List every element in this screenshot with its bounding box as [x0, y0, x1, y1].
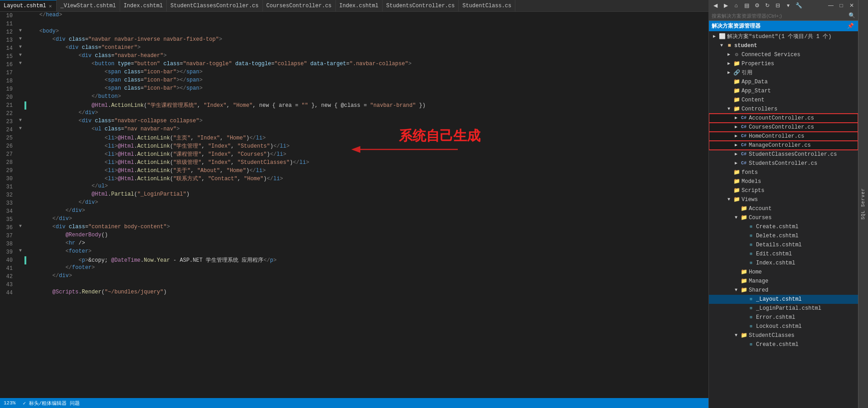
tree-item-courses-folder[interactable]: ▼ 📁 Courses: [709, 213, 858, 222]
code-line-13: 13 ▼ <div class="navbar navbar-inverse n…: [0, 36, 426, 44]
pin-button[interactable]: 📌: [846, 23, 855, 29]
tab-index-cshtml[interactable]: Index.cshtml: [120, 0, 167, 11]
tree-item-shared-folder[interactable]: ▼ 📁 Shared: [709, 286, 858, 295]
tree-item-connected-services[interactable]: ▶ ⚙ Connected Services: [709, 50, 858, 59]
tree-item-properties[interactable]: ▶ 📁 Properties: [709, 59, 858, 68]
tree-item-home-folder[interactable]: ▶ 📁 Home: [709, 268, 858, 277]
edit-cshtml-label: Edit.cshtml: [756, 250, 858, 258]
forward-button[interactable]: ▶: [721, 1, 730, 10]
tree-item-courses-index-cshtml[interactable]: ▶ ⊞ Index.cshtml: [709, 259, 858, 268]
courses-index-cshtml-label: Index.cshtml: [756, 259, 858, 267]
minimize-button[interactable]: —: [826, 1, 835, 10]
cshtml-icon: ⊞: [747, 223, 755, 231]
code-line-24: 24 ▼ <ul class="nav navbar-nav">: [0, 126, 426, 134]
code-line-34: 34 </div>: [0, 207, 426, 216]
cshtml-icon: ⊞: [747, 232, 755, 240]
code-line-16: 16 ▼ <button type="button" class="navbar…: [0, 61, 426, 69]
tab-students-controller[interactable]: StudentsController.cs: [383, 0, 459, 11]
properties-button[interactable]: ▤: [742, 1, 751, 10]
tree-item-views[interactable]: ▼ 📁 Views: [709, 195, 858, 204]
tab-studentclass-cs[interactable]: StudentClass.cs: [459, 0, 515, 11]
tree-item-create-cshtml[interactable]: ▶ ⊞ Create.cshtml: [709, 222, 858, 231]
app-data-label: App_Data: [742, 78, 858, 86]
tree-item-models[interactable]: ▶ 📁 Models: [709, 177, 858, 186]
tree-item-app-start[interactable]: ▶ 📁 App_Start: [709, 86, 858, 96]
refresh-button[interactable]: ↻: [763, 1, 772, 10]
code-line-40: 40 <p>&copy; @DateTime.Now.Year - ASP.NE…: [0, 256, 426, 264]
project-icon: ■: [725, 42, 733, 50]
error-cshtml-label: Error.cshtml: [756, 313, 858, 322]
layout-cshtml-label: _Layout.cshtml: [756, 295, 858, 303]
settings-button[interactable]: ⚙: [752, 1, 761, 10]
home-button[interactable]: ⌂: [732, 1, 741, 10]
tree-item-courses-controller[interactable]: ▶ C# CoursesController.cs: [709, 123, 858, 132]
tree-item-manage-folder[interactable]: ▶ 📁 Manage: [709, 277, 858, 286]
tree-item-delete-cshtml[interactable]: ▶ ⊞ Delete.cshtml: [709, 231, 858, 240]
tab-index2-cshtml[interactable]: Index.cshtml: [336, 0, 383, 11]
tree-item-manage-controller[interactable]: ▶ C# ManageController.cs: [709, 141, 858, 150]
references-label: 引用: [742, 69, 858, 77]
tab-label: StudentClassesController.cs: [170, 3, 258, 9]
tree-item-controllers[interactable]: ▼ 📁 Controllers: [709, 105, 858, 114]
back-button[interactable]: ◀: [711, 1, 720, 10]
tree-item-loginpartial-cshtml[interactable]: ▶ ⊞ _LoginPartial.cshtml: [709, 304, 858, 313]
tree-item-error-cshtml[interactable]: ▶ ⊞ Error.cshtml: [709, 313, 858, 322]
close-icon[interactable]: ✕: [48, 3, 53, 9]
tab-layout-cshtml[interactable]: Layout.cshtml ✕: [0, 0, 57, 11]
details-cshtml-label: Details.cshtml: [756, 241, 858, 249]
folder-icon: 📁: [732, 105, 741, 113]
expand-arrow: ▶: [732, 132, 740, 140]
code-line-28: 28 <li>@Html.ActionLink("班级管理", "Index",…: [0, 158, 426, 167]
project-root[interactable]: ▼ ■ student: [709, 41, 858, 50]
search-icon: 🔍: [849, 12, 855, 19]
tree-item-sc-create-cshtml[interactable]: ▶ ⊞ Create.cshtml: [709, 340, 858, 349]
tab-viewstart-cshtml[interactable]: _ViewStart.cshtml: [57, 0, 120, 11]
cshtml-icon: ⊞: [747, 241, 755, 249]
tree-item-references[interactable]: ▶ 🔗 引用: [709, 68, 858, 77]
maximize-button[interactable]: □: [837, 1, 846, 10]
cshtml-icon: ⊞: [747, 313, 755, 322]
expand-arrow: ▼: [732, 331, 740, 340]
tree-item-account-controller[interactable]: ▶ C# AccountController.cs: [709, 114, 858, 123]
code-line-14: 14 ▼ <div class="container">: [0, 44, 426, 53]
close-panel-button[interactable]: ✕: [847, 1, 856, 10]
solution-search-input[interactable]: [712, 13, 847, 19]
solution-title-bar: 解决方案资源管理器 📌: [709, 21, 858, 31]
cshtml-icon: ⊞: [747, 304, 755, 312]
solution-root[interactable]: ▶ ⬜ 解决方案"student"(1 个项目/共 1 个): [709, 32, 858, 41]
code-line-44: 44 @Scripts.Render("~/bundles/jquery"): [0, 289, 426, 297]
tree-item-content[interactable]: ▶ 📁 Content: [709, 96, 858, 105]
status-bar: 123% ✓ 标头/粗体编辑器 问题: [0, 398, 708, 408]
tree-item-studentclasses-controller[interactable]: ▶ C# StudentClassesController.cs: [709, 150, 858, 159]
collapse-button[interactable]: ⊟: [773, 1, 782, 10]
connected-services-label: Connected Services: [742, 51, 858, 59]
account-label: Account: [749, 205, 858, 213]
folder-icon: 📁: [740, 205, 748, 213]
tree-item-home-controller[interactable]: ▶ C# HomeController.cs: [709, 132, 858, 141]
tab-bar: Layout.cshtml ✕ _ViewStart.cshtml Index.…: [0, 0, 708, 12]
tab-courses-controller[interactable]: CoursesController.cs: [263, 0, 336, 11]
folder-icon: 📁: [732, 78, 741, 86]
solution-search-bar: 🔍: [709, 11, 858, 21]
tree-item-app-data[interactable]: ▶ 📁 App_Data: [709, 77, 858, 86]
cs-file-icon: C#: [740, 123, 748, 131]
tree-item-details-cshtml[interactable]: ▶ ⊞ Details.cshtml: [709, 240, 858, 250]
tree-item-students-controller[interactable]: ▶ C# StudentsController.cs: [709, 159, 858, 168]
zoom-level: 123%: [4, 400, 15, 406]
wrench-button[interactable]: 🔧: [794, 1, 803, 10]
expand-arrow: ▶: [725, 51, 732, 59]
expand-arrow: ▶: [725, 69, 732, 77]
sql-server-sidebar: SQL Server: [858, 0, 868, 408]
tree-item-fonts[interactable]: ▶ 📁 fonts: [709, 168, 858, 177]
tree-item-layout-cshtml[interactable]: ▶ ⊞ _Layout.cshtml: [709, 295, 858, 304]
tree-item-studentclasses-folder[interactable]: ▼ 📁 StudentClasses: [709, 331, 858, 340]
tree-item-scripts[interactable]: ▶ 📁 Scripts: [709, 186, 858, 195]
tree-item-account[interactable]: ▶ 📁 Account: [709, 204, 858, 213]
tree-item-edit-cshtml[interactable]: ▶ ⊞ Edit.cshtml: [709, 250, 858, 259]
tab-studentclasses-controller[interactable]: StudentClassesController.cs: [167, 0, 262, 11]
cs-file-icon: C#: [740, 159, 748, 168]
filter-button[interactable]: ▾: [784, 1, 793, 10]
tree-item-lockout-cshtml[interactable]: ▶ ⊞ Lockout.cshtml: [709, 322, 858, 331]
code-line-23: 23 ▼ <div class="navbar-collapse collaps…: [0, 118, 426, 126]
cshtml-icon: ⊞: [747, 259, 755, 267]
